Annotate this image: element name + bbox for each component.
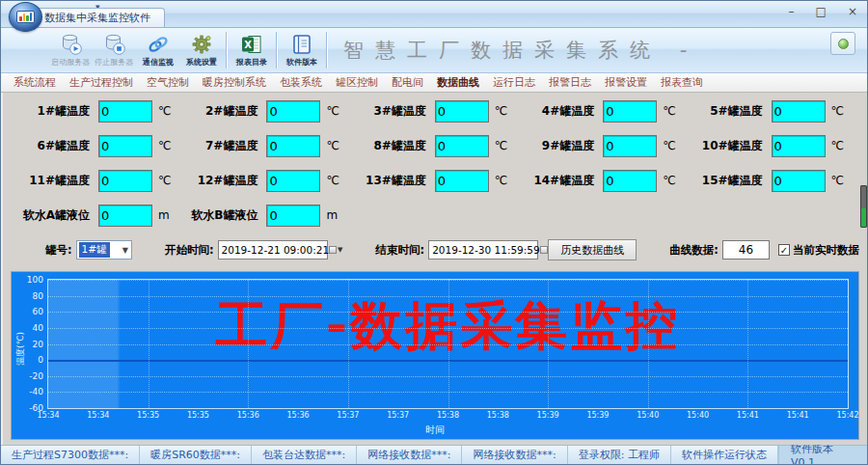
server-start-icon [60,32,83,57]
gauge-label: 5#罐温度 [686,103,763,120]
toolbar-button-label: 停止服务器 [95,57,133,68]
tab-报警设置[interactable]: 报警设置 [598,73,654,92]
book-icon [290,32,313,57]
gauge-value-field[interactable]: 0 [266,205,320,227]
window-tab[interactable]: 数据集中采集监控软件 [30,8,165,27]
gauge-value-field[interactable]: 0 [603,135,657,157]
svg-text:X: X [244,40,252,50]
h-gridline [48,408,848,409]
y-tick-label: 60 [33,307,43,316]
tab-报警日志[interactable]: 报警日志 [542,73,598,92]
gauge-label: 软水A罐液位 [13,207,90,224]
tank-select[interactable]: 1#罐 ▼ [76,240,132,260]
toolbar-button-2[interactable]: 停止服务器 [93,29,136,71]
start-time-input[interactable]: 2019-12-21 09:00:21 ▼ [218,240,328,260]
end-time-input[interactable]: 2019-12-30 11:59:59 ▼ [428,240,538,260]
tab-包装系统[interactable]: 包装系统 [273,73,329,92]
gauge-unit: ℃ [495,174,507,187]
gauge-label: 8#罐温度 [349,138,426,154]
gauge-label: 3#罐温度 [349,103,426,120]
tab-罐区控制[interactable]: 罐区控制 [329,73,385,92]
status-orb-button[interactable] [830,32,855,55]
toolbar-button-4[interactable]: 系统设置 [179,29,223,71]
status-panel: 包装台达数据***: [252,446,357,464]
window-controls: – □ × [789,5,857,18]
gauge-value-field[interactable]: 0 [98,100,152,123]
tab-生产过程控制[interactable]: 生产过程控制 [63,73,140,92]
gauge-value-field[interactable]: 0 [772,170,826,192]
x-tick-label: 15:40 [687,411,709,420]
gauge-unit: ℃ [495,104,507,118]
x-tick-label: 15:41 [787,411,809,420]
v-gridline [548,280,549,408]
tab-数据曲线-selected[interactable]: 数据曲线 [430,73,486,92]
gauge-value-field[interactable]: 0 [772,100,826,123]
toolbar-button-6[interactable]: 软件版本 [280,29,323,71]
gauge-value-field[interactable]: 0 [435,100,489,123]
gauge-unit: ℃ [326,139,339,152]
tab-暖房控制系统[interactable]: 暖房控制系统 [196,73,273,92]
realtime-checkbox[interactable]: ✓ 当前实时数据 [778,243,859,258]
gauge-value-field[interactable]: 0 [98,170,152,192]
status-panel: 软件操作运行状态 [671,446,778,464]
maximize-button[interactable]: □ [816,5,827,18]
app-logo-icon[interactable] [9,2,42,32]
gauge-item: 软水A罐液位0m [13,204,180,227]
gauge-item: 5#罐温度0℃ [686,99,854,123]
tab-空气控制[interactable]: 空气控制 [140,73,196,92]
status-panel: 暖房SR60数据***: [140,446,252,464]
query-toolbar: 罐号: 1#罐 ▼ 开始时间: 2019-12-21 09:00:21 ▼ 结束… [3,238,867,261]
close-button[interactable]: × [848,5,857,18]
toolbar: 启动服务器停止服务器通信监视系统设置X报表目录软件版本 智慧工厂数据采集系统 - [1,28,867,73]
gauge-value-field[interactable]: 0 [603,170,657,192]
toolbar-button-3[interactable]: 通信监视 [136,29,179,71]
gauge-label: 11#罐温度 [13,173,90,189]
gauge-value-field[interactable]: 0 [435,135,489,157]
gauge-item: 4#罐温度0℃ [517,99,685,123]
level-indicator[interactable] [860,185,867,228]
y-axis-title: 温度(℃) [14,327,27,369]
tab-运行日志[interactable]: 运行日志 [486,73,542,92]
gauge-value-field[interactable]: 0 [772,135,826,157]
gauge-label: 10#罐温度 [686,138,763,154]
tab-系统流程[interactable]: 系统流程 [7,73,63,92]
toolbar-button-label: 系统设置 [185,57,216,68]
toolbar-button-5[interactable]: X报表目录 [230,29,273,71]
minimize-button[interactable]: – [789,5,795,18]
end-time-value: 2019-12-30 11:59:59 [432,244,540,256]
chart-panel: 温度(℃) 工厂-数据采集监控 100806040200-20-40-6015:… [11,271,859,440]
gauge-unit: ℃ [158,104,171,118]
status-panel: 生产过程S7300数据***: [1,446,140,464]
gauge-value-field[interactable]: 0 [435,170,489,192]
toolbar-button-label: 报表目录 [235,57,266,68]
x-tick-label: 15:39 [537,411,559,420]
history-curve-button[interactable]: 历史数据曲线 [548,239,637,260]
gauge-item: 15#罐温度0℃ [686,169,854,192]
y-tick-label: 0 [38,355,43,365]
realtime-checkbox-label: 当前实时数据 [793,243,859,258]
gauge-value-field[interactable]: 0 [266,135,320,157]
gauge-item: 11#罐温度0℃ [13,169,180,192]
curve-count-label: 曲线数据: [669,243,719,258]
plot-area: 工厂-数据采集监控 100806040200-20-40-6015:3415:3… [47,279,849,409]
gauge-value-field[interactable]: 0 [603,100,657,123]
gauge-label: 9#罐温度 [517,138,594,154]
calendar-dropdown-icon[interactable]: ▼ [329,246,342,254]
gear-icon [190,32,213,57]
toolbar-button-1[interactable]: 启动服务器 [49,29,93,71]
chevron-down-icon: ▼ [122,246,128,255]
gauge-value-field[interactable]: 0 [266,100,320,123]
y-tick-label: 80 [33,291,43,301]
tab-报表查询[interactable]: 报表查询 [654,73,710,92]
gauge-item: 6#罐温度0℃ [13,134,180,157]
status-version: 软件版本V0.1 [778,446,867,464]
gauge-value-field[interactable]: 0 [266,170,320,192]
gauge-grid: 1#罐温度0℃2#罐温度0℃3#罐温度0℃4#罐温度0℃5#罐温度0℃6#罐温度… [3,93,867,227]
checkbox-check-icon: ✓ [778,244,790,256]
gauge-value-field[interactable]: 0 [98,205,152,227]
curve-count-field[interactable]: 46 [722,240,770,260]
toolbar-button-label: 启动服务器 [51,57,90,68]
gauge-value-field[interactable]: 0 [98,135,152,157]
gauge-label: 7#罐温度 [180,138,258,154]
tab-配电间[interactable]: 配电间 [385,73,430,92]
